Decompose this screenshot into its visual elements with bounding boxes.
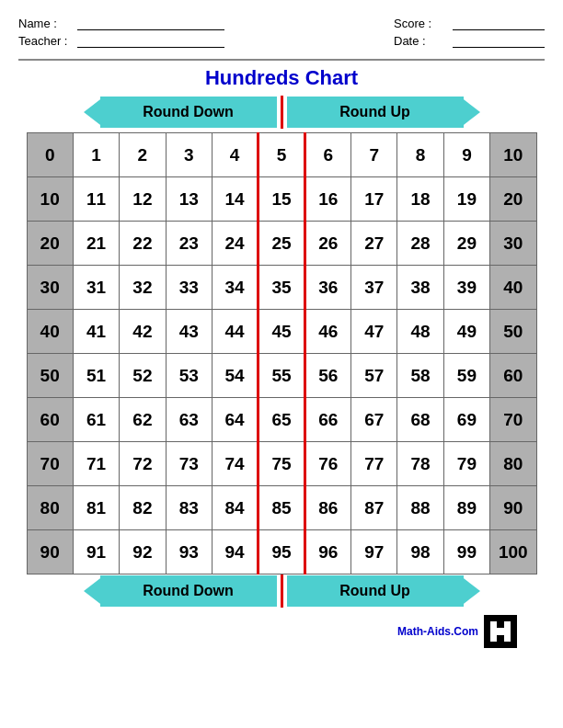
table-cell: 54 bbox=[212, 354, 258, 398]
table-cell: 23 bbox=[166, 222, 212, 266]
table-cell: 13 bbox=[166, 177, 212, 222]
date-label: Date : bbox=[394, 34, 449, 48]
brand-text: Math-Aids.Com bbox=[397, 625, 478, 638]
table-cell: 20 bbox=[27, 222, 73, 266]
score-input[interactable] bbox=[453, 17, 545, 30]
table-cell: 50 bbox=[490, 310, 536, 354]
table-cell: 63 bbox=[166, 398, 212, 442]
table-cell: 34 bbox=[212, 266, 258, 310]
table-cell: 3 bbox=[166, 133, 212, 177]
table-cell: 16 bbox=[304, 177, 350, 222]
table-cell: 52 bbox=[120, 354, 166, 398]
table-cell: 12 bbox=[120, 177, 166, 222]
table-cell: 24 bbox=[212, 222, 258, 266]
table-cell: 26 bbox=[304, 222, 350, 266]
table-cell: 66 bbox=[304, 398, 350, 442]
top-arrow-container: Round Down Round Up bbox=[29, 96, 534, 129]
table-cell: 11 bbox=[73, 177, 119, 222]
table-cell: 88 bbox=[397, 486, 443, 530]
table-cell: 90 bbox=[490, 486, 536, 530]
table-cell: 27 bbox=[351, 222, 397, 266]
table-cell: 56 bbox=[304, 354, 350, 398]
table-cell: 25 bbox=[259, 222, 304, 266]
table-cell: 7 bbox=[351, 133, 397, 177]
table-cell: 69 bbox=[443, 398, 489, 442]
name-label: Name : bbox=[18, 17, 74, 30]
table-cell: 87 bbox=[351, 486, 397, 530]
table-cell: 99 bbox=[443, 530, 489, 574]
table-cell: 6 bbox=[304, 133, 350, 177]
table-row: 6061626364656667686970 bbox=[27, 398, 536, 442]
chart-title: Hundreds Chart bbox=[18, 66, 545, 90]
hundreds-table: 0123456789101011121314151617181920202122… bbox=[27, 132, 537, 574]
table-cell: 21 bbox=[73, 222, 119, 266]
table-cell: 71 bbox=[73, 442, 119, 486]
table-cell: 82 bbox=[120, 486, 166, 530]
table-cell: 10 bbox=[27, 177, 73, 222]
table-cell: 86 bbox=[304, 486, 350, 530]
table-cell: 31 bbox=[73, 266, 119, 310]
table-cell: 44 bbox=[212, 310, 258, 354]
table-cell: 74 bbox=[212, 442, 258, 486]
table-row: 012345678910 bbox=[27, 133, 536, 177]
table-cell: 36 bbox=[304, 266, 350, 310]
table-cell: 64 bbox=[212, 398, 258, 442]
table-row: 4041424344454647484950 bbox=[27, 310, 536, 354]
table-cell: 59 bbox=[443, 354, 489, 398]
table-cell: 50 bbox=[27, 354, 73, 398]
table-cell: 32 bbox=[120, 266, 166, 310]
table-cell: 93 bbox=[166, 530, 212, 574]
name-row: Name : bbox=[18, 17, 224, 30]
score-row: Score : bbox=[394, 17, 545, 30]
header-fields: Name : Teacher : Score : Date : bbox=[18, 17, 545, 48]
table-cell: 70 bbox=[27, 442, 73, 486]
table-row: 3031323334353637383940 bbox=[27, 266, 536, 310]
table-cell: 18 bbox=[397, 177, 443, 222]
table-cell: 57 bbox=[351, 354, 397, 398]
table-cell: 89 bbox=[443, 486, 489, 530]
qr-code bbox=[484, 615, 517, 648]
table-cell: 61 bbox=[73, 398, 119, 442]
table-cell: 70 bbox=[490, 398, 536, 442]
table-cell: 49 bbox=[443, 310, 489, 354]
table-cell: 100 bbox=[490, 530, 536, 574]
header-right: Score : Date : bbox=[394, 17, 545, 48]
table-cell: 2 bbox=[120, 133, 166, 177]
table-row: 8081828384858687888990 bbox=[27, 486, 536, 530]
table-cell: 42 bbox=[120, 310, 166, 354]
name-input[interactable] bbox=[77, 17, 224, 30]
table-cell: 30 bbox=[490, 222, 536, 266]
table-cell: 96 bbox=[304, 530, 350, 574]
table-cell: 19 bbox=[443, 177, 489, 222]
bottom-arrow-divider bbox=[281, 574, 283, 608]
table-cell: 48 bbox=[397, 310, 443, 354]
bottom-arrow-container: Round Down Round Up bbox=[29, 574, 534, 608]
page: Name : Teacher : Score : Date : Hundreds… bbox=[0, 0, 563, 728]
teacher-input[interactable] bbox=[77, 35, 224, 48]
table-cell: 95 bbox=[259, 530, 304, 574]
table-cell: 37 bbox=[351, 266, 397, 310]
table-cell: 17 bbox=[351, 177, 397, 222]
score-label: Score : bbox=[394, 17, 449, 30]
table-cell: 30 bbox=[27, 266, 73, 310]
table-cell: 47 bbox=[351, 310, 397, 354]
table-cell: 39 bbox=[443, 266, 489, 310]
chart-wrapper: 0123456789101011121314151617181920202122… bbox=[18, 132, 545, 574]
top-round-up-arrow: Round Up bbox=[287, 97, 480, 128]
table-cell: 73 bbox=[166, 442, 212, 486]
header-divider bbox=[18, 59, 545, 61]
table-cell: 75 bbox=[259, 442, 304, 486]
table-cell: 80 bbox=[27, 486, 73, 530]
date-input[interactable] bbox=[453, 35, 545, 48]
table-cell: 85 bbox=[259, 486, 304, 530]
bottom-round-down-label: Round Down bbox=[143, 583, 234, 599]
table-cell: 80 bbox=[490, 442, 536, 486]
table-cell: 5 bbox=[259, 133, 304, 177]
table-cell: 1 bbox=[73, 133, 119, 177]
header-left: Name : Teacher : bbox=[18, 17, 224, 48]
table-cell: 97 bbox=[351, 530, 397, 574]
table-cell: 76 bbox=[304, 442, 350, 486]
table-cell: 14 bbox=[212, 177, 258, 222]
table-cell: 4 bbox=[212, 133, 258, 177]
table-cell: 68 bbox=[397, 398, 443, 442]
